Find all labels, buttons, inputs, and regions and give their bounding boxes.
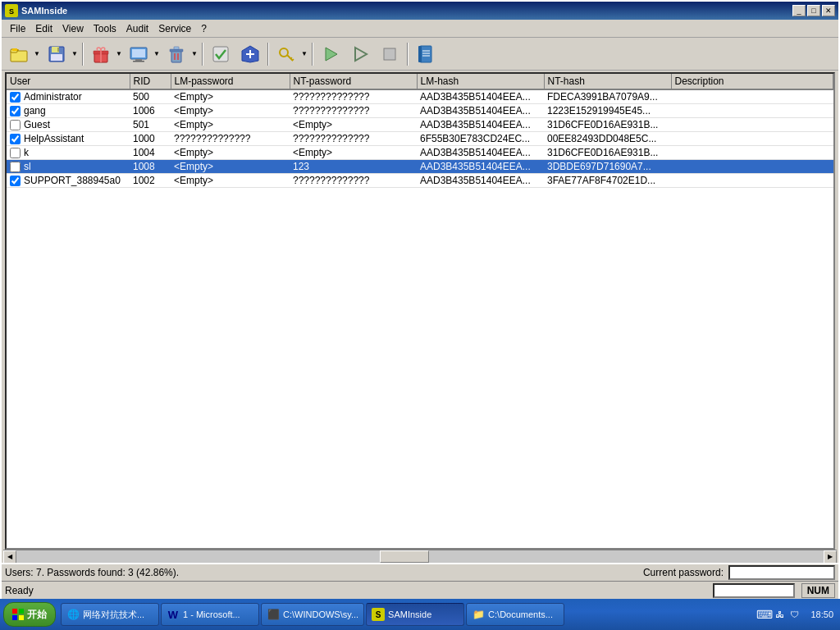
horizontal-scrollbar[interactable]: ◀ ▶ — [3, 550, 837, 563]
cell-lm_hash: AAD3B435B51404EEA... — [417, 104, 544, 118]
row-checkbox[interactable] — [10, 120, 21, 130]
status-text: Users: 7. Passwords found: 3 (42.86%). — [5, 567, 643, 578]
cell-lm_password: <Empty> — [171, 89, 290, 104]
scroll-right-button[interactable]: ▶ — [824, 550, 837, 564]
col-header-user[interactable]: User — [7, 74, 130, 89]
cell-user: gang — [7, 104, 130, 118]
app-icon: S — [5, 4, 18, 17]
toolbar-sep-3 — [267, 43, 269, 66]
row-checkbox[interactable] — [10, 148, 21, 158]
svg-rect-39 — [19, 609, 24, 614]
toolbar-play-button[interactable] — [317, 40, 345, 68]
toolbar-import-arrow[interactable]: ▼ — [115, 40, 123, 68]
toolbar-save-button[interactable] — [43, 40, 71, 68]
cell-description — [671, 118, 833, 132]
window-controls[interactable]: _ □ ✕ — [792, 5, 835, 16]
taskbar-item-0[interactable]: 🌐 网络对抗技术... — [61, 603, 159, 626]
toolbar-sep-4 — [312, 43, 313, 66]
svg-text:S: S — [9, 7, 14, 16]
menu-tools[interactable]: Tools — [89, 21, 121, 36]
toolbar-open-button[interactable] — [5, 40, 33, 68]
row-checkbox[interactable] — [10, 176, 21, 186]
menu-service[interactable]: Service — [153, 21, 196, 36]
cell-nt_hash: 1223E152919945E45... — [544, 104, 671, 118]
table-row[interactable]: Administrator500<Empty>??????????????AAD… — [7, 89, 833, 104]
toolbar-key-button[interactable] — [272, 40, 300, 68]
col-header-nt-hash[interactable]: NT-hash — [544, 74, 671, 89]
cell-description — [671, 160, 833, 174]
start-button[interactable]: 开始 — [3, 602, 56, 627]
toolbar-delete-arrow[interactable]: ▼ — [190, 40, 199, 68]
toolbar-add-button[interactable] — [236, 40, 264, 68]
num-indicator: NUM — [801, 583, 835, 598]
svg-rect-32 — [384, 48, 395, 60]
toolbar: ▼ ▼ — [2, 38, 838, 71]
table-row[interactable]: k1004<Empty><Empty>AAD3B435B51404EEA...3… — [7, 146, 833, 160]
taskbar-item-4[interactable]: 📁 C:\Documents... — [466, 603, 564, 626]
menu-file[interactable]: File — [5, 21, 30, 36]
toolbar-open-arrow[interactable]: ▼ — [33, 40, 41, 68]
cell-lm_password: <Empty> — [171, 118, 290, 132]
keyboard-input[interactable] — [713, 583, 795, 598]
scroll-left-button[interactable]: ◀ — [3, 550, 16, 564]
current-password-input[interactable] — [728, 565, 835, 580]
toolbar-screen-arrow[interactable]: ▼ — [153, 40, 161, 68]
cell-lm_hash: AAD3B435B51404EEA... — [417, 160, 544, 174]
col-header-lm-hash[interactable]: LM-hash — [417, 74, 544, 89]
cell-rid: 1002 — [130, 174, 171, 188]
svg-rect-34 — [418, 46, 422, 62]
toolbar-save-arrow[interactable]: ▼ — [71, 40, 79, 68]
svg-rect-17 — [171, 51, 181, 62]
status-bar: Users: 7. Passwords found: 3 (42.86%). C… — [2, 563, 838, 581]
toolbar-export-button[interactable] — [125, 40, 153, 68]
taskbar-item-1[interactable]: W 1 - Microsoft... — [161, 603, 259, 626]
row-checkbox[interactable] — [10, 92, 21, 103]
row-checkbox[interactable] — [10, 162, 21, 172]
scroll-track[interactable] — [16, 550, 824, 563]
toolbar-delete-button[interactable] — [162, 40, 190, 68]
toolbar-playalt-button[interactable] — [346, 40, 374, 68]
taskbar: 开始 🌐 网络对抗技术... W 1 - Microsoft... ⬛ C:\W… — [0, 599, 840, 630]
col-header-lm-password[interactable]: LM-password — [171, 74, 290, 89]
col-header-nt-password[interactable]: NT-password — [290, 74, 417, 89]
taskbar-item-3[interactable]: S SAMInside — [366, 603, 464, 626]
svg-rect-14 — [132, 49, 145, 57]
minimize-button[interactable]: _ — [792, 5, 806, 16]
table-row[interactable]: HelpAssistant1000???????????????????????… — [7, 132, 833, 146]
table-row[interactable]: Guest501<Empty><Empty>AAD3B435B51404EEA.… — [7, 118, 833, 132]
cell-lm_password: <Empty> — [171, 174, 290, 188]
table-row[interactable]: SUPPORT_388945a01002<Empty>?????????????… — [7, 174, 833, 188]
maximize-button[interactable]: □ — [807, 5, 820, 16]
svg-marker-30 — [326, 48, 337, 61]
menu-edit[interactable]: Edit — [30, 21, 57, 36]
tray-icon-network: 🖧 — [773, 608, 786, 621]
row-checkbox[interactable] — [10, 134, 21, 144]
menu-help[interactable]: ? — [196, 21, 212, 36]
menu-bar: File Edit View Tools Audit Service ? — [2, 20, 838, 38]
cell-nt_password: ?????????????? — [290, 132, 417, 146]
menu-view[interactable]: View — [57, 21, 89, 36]
row-checkbox[interactable] — [10, 106, 21, 116]
toolbar-sep-2 — [202, 43, 203, 66]
toolbar-check-button[interactable] — [207, 40, 235, 68]
table-row[interactable]: gang1006<Empty>??????????????AAD3B435B51… — [7, 104, 833, 118]
svg-rect-19 — [174, 47, 179, 49]
svg-rect-40 — [12, 615, 17, 620]
taskbar-label-3: SAMInside — [388, 609, 431, 619]
close-button[interactable]: ✕ — [822, 5, 835, 16]
toolbar-about-button[interactable] — [412, 40, 440, 68]
tray-icon-keyboard: ⌨ — [758, 608, 771, 621]
cell-lm_hash: AAD3B435B51404EEA... — [417, 174, 544, 188]
cell-lm_hash: AAD3B435B51404EEA... — [417, 89, 544, 104]
cell-description — [671, 104, 833, 118]
menu-audit[interactable]: Audit — [121, 21, 153, 36]
col-header-description[interactable]: Description — [671, 74, 833, 89]
col-header-rid[interactable]: RID — [130, 74, 171, 89]
table-row[interactable]: sl1008<Empty>123AAD3B435B51404EEA...3DBD… — [7, 160, 833, 174]
toolbar-sep-1 — [82, 43, 84, 66]
toolbar-key-arrow[interactable]: ▼ — [300, 40, 308, 68]
toolbar-import-button[interactable] — [87, 40, 115, 68]
taskbar-item-2[interactable]: ⬛ C:\WINDOWS\sy... — [261, 603, 364, 626]
toolbar-stop-button[interactable] — [376, 40, 404, 68]
scroll-thumb[interactable] — [380, 550, 429, 563]
